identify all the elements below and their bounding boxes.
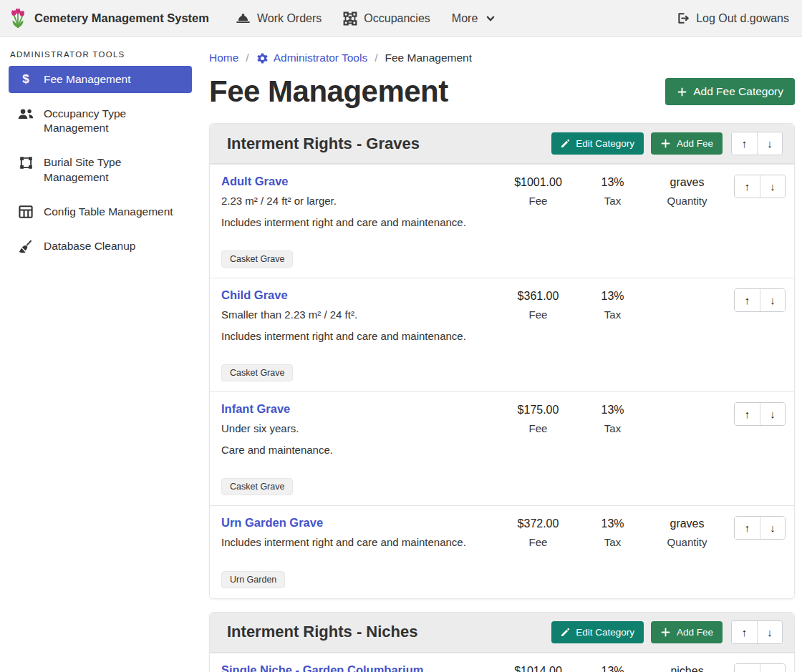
fee-move-down-button[interactable]: ↓ xyxy=(760,403,785,425)
fee-tax-value: 13% xyxy=(576,176,649,189)
add-fee-button[interactable]: Add Fee xyxy=(651,132,723,155)
occupancy-frame-icon xyxy=(343,11,357,26)
pencil-icon xyxy=(561,628,570,637)
fee-move-down-button[interactable]: ↓ xyxy=(760,175,785,198)
fee-move-up-button[interactable]: ↑ xyxy=(735,403,760,425)
chevron-down-icon xyxy=(485,14,496,24)
sidebar-item-label: Burial Site Type Management xyxy=(44,155,121,184)
fee-tax-value: 13% xyxy=(576,404,649,417)
nav-item-occupancies[interactable]: Occupancies xyxy=(332,6,441,31)
fee-arrows: ↑↓ xyxy=(725,288,786,381)
fee-quantity-label: Quantity xyxy=(649,195,725,207)
fee-row-adult-grave: Adult Grave2.23 m² / 24 ft² or larger.In… xyxy=(210,164,794,278)
nav-item-label: Occupancies xyxy=(364,12,430,25)
add-fee-label: Add Fee xyxy=(677,138,713,149)
fee-move-up-button[interactable]: ↑ xyxy=(735,517,760,539)
edit-category-button[interactable]: Edit Category xyxy=(551,621,644,643)
hard-hat-icon xyxy=(236,11,251,26)
add-fee-button[interactable]: Add Fee xyxy=(651,621,723,643)
fee-move-up-button[interactable]: ↑ xyxy=(735,175,760,198)
breadcrumb-label: Administrator Tools xyxy=(274,52,368,64)
logout-label: Log Out d.gowans xyxy=(696,12,789,25)
category-move-up-button[interactable]: ↑ xyxy=(732,621,757,643)
fee-name-link[interactable]: Urn Garden Grave xyxy=(221,516,323,530)
sidebar-item-occupancy-type[interactable]: Occupancy Type Management xyxy=(9,100,192,142)
add-fee-category-button[interactable]: Add Fee Category xyxy=(665,78,795,105)
fee-quantity xyxy=(649,288,725,381)
sidebar-item-fee-management[interactable]: $Fee Management xyxy=(9,66,192,93)
fee-description: Under six years. xyxy=(221,421,496,437)
sidebar-item-burial-site-type[interactable]: Burial Site Type Management xyxy=(9,149,192,190)
add-fee-label: Add Fee xyxy=(677,627,713,638)
fee-quantity-value: niches xyxy=(649,665,725,672)
fee-main: Urn Garden GraveIncludes interment right… xyxy=(221,516,501,588)
sidebar-heading: ADMINISTRATOR TOOLS xyxy=(0,44,200,66)
sidebar-item-label: Fee Management xyxy=(44,72,131,87)
fee-name-link[interactable]: Child Grave xyxy=(221,288,288,302)
fee-name-link[interactable]: Adult Grave xyxy=(221,175,289,188)
fee-tax: 13%Tax xyxy=(576,516,649,588)
category-move-down-button[interactable]: ↓ xyxy=(757,132,782,155)
fee-description: Care and maintenance. xyxy=(221,442,496,459)
category-move-up-button[interactable]: ↑ xyxy=(732,132,757,155)
fee-quantity-value: graves xyxy=(649,517,725,530)
fee-main: Single Niche - Garden ColumbariumGarden … xyxy=(221,663,501,672)
fee-move-down-button[interactable]: ↓ xyxy=(760,517,785,539)
breadcrumb-item-fee-management: Fee Management xyxy=(385,52,473,64)
category-reorder-group: ↑↓ xyxy=(731,620,783,644)
fee-reorder-group: ↑↓ xyxy=(734,288,786,312)
breadcrumb: Home/Administrator Tools/Fee Management xyxy=(209,52,795,64)
fee-main: Infant GraveUnder six years.Care and mai… xyxy=(221,402,501,495)
sidebar-item-config-table-management[interactable]: Config Table Management xyxy=(9,198,192,225)
sidebar-item-database-cleanup[interactable]: Database Cleanup xyxy=(9,233,192,260)
fee-arrows: ↑↓ xyxy=(725,402,786,495)
fee-amount-label: Fee xyxy=(501,195,576,207)
category-header: Interment Rights - GravesEdit CategoryAd… xyxy=(210,124,794,164)
fee-row-urn-garden-grave: Urn Garden GraveIncludes interment right… xyxy=(210,505,794,598)
fee-name-link[interactable]: Infant Grave xyxy=(221,402,290,416)
breadcrumb-separator: / xyxy=(375,52,377,64)
breadcrumb-item-administrator-tools[interactable]: Administrator Tools xyxy=(256,52,368,64)
plus-icon xyxy=(660,627,671,638)
fee-main: Child GraveSmaller than 2.23 m² / 24 ft²… xyxy=(221,288,501,381)
logout-button[interactable]: Log Out d.gowans xyxy=(676,11,789,25)
nav-item-work-orders[interactable]: Work Orders xyxy=(225,5,332,31)
fee-main: Adult Grave2.23 m² / 24 ft² or larger.In… xyxy=(221,175,501,268)
fee-reorder-group: ↑↓ xyxy=(734,663,786,672)
sign-out-icon xyxy=(676,11,690,25)
fee-quantity: nichesQuantity xyxy=(649,663,725,672)
fee-tax: 13%Tax xyxy=(576,402,649,495)
fee-amount-label: Fee xyxy=(501,536,576,548)
category-reorder-group: ↑↓ xyxy=(731,132,783,155)
main-content: Home/Administrator Tools/Fee Management … xyxy=(200,37,802,672)
fee-description: Includes interment right and care and ma… xyxy=(221,215,496,231)
nav-item-more[interactable]: More xyxy=(441,6,506,31)
edit-category-label: Edit Category xyxy=(576,627,634,638)
fee-amount-value: $175.00 xyxy=(501,404,576,417)
app-brand[interactable]: Cemetery Management System xyxy=(9,8,209,29)
fee-tax-label: Tax xyxy=(576,308,649,321)
category-move-down-button[interactable]: ↓ xyxy=(757,621,782,643)
edit-category-button[interactable]: Edit Category xyxy=(551,132,644,155)
fee-quantity-label: Quantity xyxy=(649,536,725,548)
fee-move-down-button[interactable]: ↓ xyxy=(760,664,785,672)
edit-category-label: Edit Category xyxy=(576,138,634,149)
fee-type-badge: Casket Grave xyxy=(221,250,293,268)
fee-tax-value: 13% xyxy=(576,517,649,530)
navbar-items: Work OrdersOccupanciesMore xyxy=(225,5,506,31)
fee-name-link[interactable]: Single Niche - Garden Columbarium xyxy=(221,663,423,672)
fee-reorder-group: ↑↓ xyxy=(734,516,786,540)
breadcrumb-item-home[interactable]: Home xyxy=(209,52,238,64)
broom-icon xyxy=(17,240,34,254)
users-icon xyxy=(17,107,34,120)
fee-tax-label: Tax xyxy=(576,195,649,207)
fee-amount-value: $1014.00 xyxy=(501,665,576,672)
category-card-interment-rights-niches: Interment Rights - NichesEdit CategoryAd… xyxy=(209,612,795,672)
fee-move-down-button[interactable]: ↓ xyxy=(760,289,785,311)
fee-move-up-button[interactable]: ↑ xyxy=(735,289,760,311)
fee-arrows: ↑↓ xyxy=(725,175,786,268)
fee-move-up-button[interactable]: ↑ xyxy=(735,664,760,672)
fee-type-badge: Casket Grave xyxy=(221,478,293,495)
fee-tax-value: 13% xyxy=(576,290,649,303)
breadcrumb-separator: / xyxy=(246,52,248,64)
